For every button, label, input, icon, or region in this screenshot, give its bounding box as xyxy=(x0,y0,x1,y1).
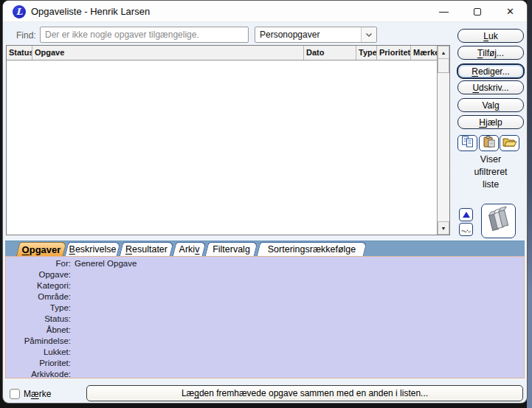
merge-task-button[interactable]: Læg den fremhævede opgave sammen med en … xyxy=(86,385,523,401)
scroll-up-icon[interactable]: ▲ xyxy=(438,46,449,59)
detail-label: Type: xyxy=(6,303,71,314)
tab-arkiv-label: Arkiv xyxy=(174,242,204,257)
detail-row-omraade: Område: xyxy=(6,292,524,303)
rediger-button[interactable]: Rediger... xyxy=(457,63,525,79)
detail-label: Prioritet: xyxy=(6,359,71,370)
dashes-icon xyxy=(461,223,471,236)
task-table: Status Opgave Dato Type Prioritet Mærke … xyxy=(6,45,450,235)
opgaveliste-window: L Opgaveliste - Henrik Larsen — ✕ Find: … xyxy=(3,1,527,403)
tab-resultater[interactable]: Resultater xyxy=(121,242,172,257)
find-label: Find: xyxy=(16,30,36,41)
detail-label: Arkivkode: xyxy=(6,370,71,381)
detail-label: Påmindelse: xyxy=(6,336,71,348)
tab-opgaver-label: Opgaver xyxy=(18,242,65,257)
task-table-header: Status Opgave Dato Type Prioritet Mærke xyxy=(7,46,437,60)
tab-beskrivelse-label: Beskrivelse xyxy=(66,242,119,257)
detail-row-lukket: Lukket: xyxy=(6,348,524,359)
detail-value: Generel Opgave xyxy=(75,259,137,270)
window-controls: — ✕ xyxy=(427,1,527,22)
detail-row-type: Type: xyxy=(6,303,524,314)
hjaelp-button[interactable]: Hjælp xyxy=(457,115,524,129)
detail-row-paamindelse: Påmindelse: xyxy=(6,336,524,348)
list-filter-value: Personopgaver xyxy=(255,30,361,40)
column-header-prioritet[interactable]: Prioritet xyxy=(377,46,411,60)
tab-resultater-label: Resultater xyxy=(121,242,172,257)
copy-icon xyxy=(461,136,474,151)
detail-label: Opgave: xyxy=(6,270,71,281)
tab-opgaver[interactable]: Opgaver xyxy=(18,242,65,257)
screen: L Opgaveliste - Henrik Larsen — ✕ Find: … xyxy=(0,0,532,408)
detail-label: Område: xyxy=(6,292,71,303)
maximize-button[interactable] xyxy=(460,1,494,22)
scrollbar-thumb[interactable] xyxy=(438,59,449,73)
tab-filtervalg-label: Filtervalg xyxy=(207,242,256,257)
books-button[interactable] xyxy=(481,204,516,238)
maerke-checkbox[interactable] xyxy=(10,389,20,399)
tilfoej-button[interactable]: Tilføj... xyxy=(457,46,524,60)
detail-label: Lukket: xyxy=(6,348,71,359)
details-panel: For: Generel Opgave Opgave: Kategori: Om… xyxy=(5,256,525,378)
chevron-down-icon[interactable] xyxy=(361,27,376,42)
detail-row-arkivkode: Arkivkode: xyxy=(6,370,524,381)
books-icon xyxy=(486,207,512,236)
detail-row-status: Status: xyxy=(6,314,524,325)
paste-icon xyxy=(483,136,496,151)
detail-row-prioritet: Prioritet: xyxy=(6,359,524,370)
udskriv-button[interactable]: Udskriv... xyxy=(457,80,524,94)
column-header-status[interactable]: Status xyxy=(7,46,32,60)
open-folder-button[interactable] xyxy=(500,135,519,151)
tab-beskrivelse[interactable]: Beskrivelse xyxy=(66,242,119,257)
scroll-down-icon[interactable]: ▼ xyxy=(438,221,449,235)
valg-button[interactable]: Valg xyxy=(457,98,524,112)
copy-button[interactable] xyxy=(457,135,477,151)
detail-row-aabnet: Åbnet: xyxy=(6,325,524,336)
up-arrow-button[interactable] xyxy=(459,208,473,221)
tab-sorteringsraekkefoelge-label: Sorteringsrækkefølge xyxy=(258,242,365,257)
column-header-opgave[interactable]: Opgave xyxy=(32,46,304,60)
column-header-dato[interactable]: Dato xyxy=(304,46,356,60)
scrollbar-track[interactable] xyxy=(438,73,449,221)
list-filter-dropdown[interactable]: Personopgaver xyxy=(255,27,377,43)
task-table-main: Status Opgave Dato Type Prioritet Mærke xyxy=(7,46,437,235)
detail-label: For: xyxy=(6,259,71,270)
tab-filtervalg[interactable]: Filtervalg xyxy=(207,242,256,257)
tab-arkiv[interactable]: Arkiv xyxy=(174,242,204,257)
detail-label: Status: xyxy=(6,314,71,325)
close-button[interactable]: ✕ xyxy=(494,1,527,22)
triangle-up-icon xyxy=(463,212,470,218)
maerke-checkbox-label: Mærke xyxy=(24,389,51,399)
detail-row-kategori: Kategori: xyxy=(6,281,524,292)
app-icon: L xyxy=(13,5,26,18)
column-header-maerke[interactable]: Mærke xyxy=(411,46,437,60)
window-title: Opgaveliste - Henrik Larsen xyxy=(31,6,150,17)
paste-button[interactable] xyxy=(479,135,499,151)
task-list-body[interactable] xyxy=(7,60,437,235)
find-input[interactable] xyxy=(40,27,249,43)
tab-sorteringsraekkefoelge[interactable]: Sorteringsrækkefølge xyxy=(258,242,365,257)
task-list-scrollbar[interactable]: ▲ ▼ xyxy=(437,46,449,235)
filter-status: Viser ufiltreret liste xyxy=(465,153,517,191)
tab-band: Opgaver Beskrivelse Resultater Arkiv Fil… xyxy=(5,241,525,256)
open-folder-icon xyxy=(502,136,517,151)
luk-button[interactable]: Luk xyxy=(457,29,524,43)
minimize-button[interactable]: — xyxy=(427,1,460,22)
detail-row-for: For: Generel Opgave xyxy=(6,259,524,270)
background-window-edge xyxy=(527,0,532,408)
dashes-button[interactable] xyxy=(459,223,473,236)
detail-row-opgave: Opgave: xyxy=(6,270,524,281)
detail-label: Åbnet: xyxy=(6,325,71,336)
titlebar: L Opgaveliste - Henrik Larsen — ✕ xyxy=(3,1,527,22)
column-header-type[interactable]: Type xyxy=(356,46,377,60)
detail-label: Kategori: xyxy=(6,281,71,292)
maximize-icon xyxy=(474,8,481,15)
